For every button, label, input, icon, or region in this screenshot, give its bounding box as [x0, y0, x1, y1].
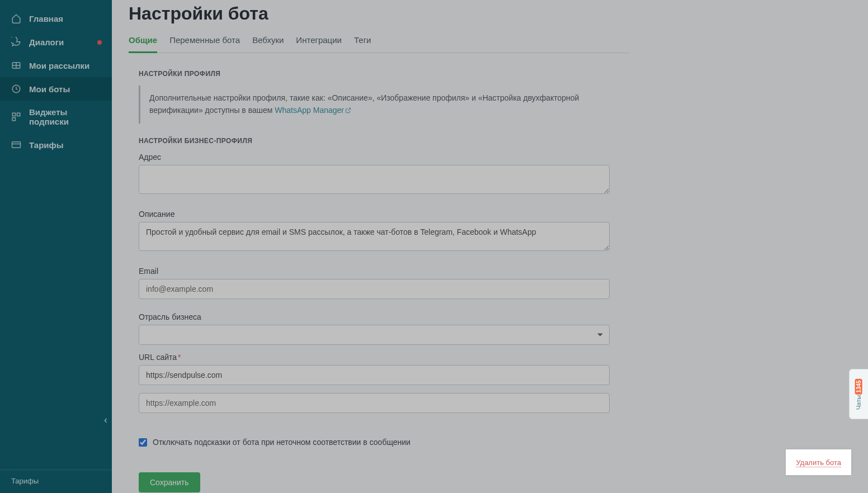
section-business-header: НАСТРОЙКИ БИЗНЕС-ПРОФИЛЯ	[139, 137, 610, 145]
industry-select[interactable]	[139, 325, 610, 345]
email-label: Email	[139, 267, 610, 276]
address-label: Адрес	[139, 153, 610, 162]
form-footer: Сохранить	[139, 472, 610, 493]
chat-widget-label: Чаты	[856, 395, 862, 409]
section-profile-header: НАСТРОЙКИ ПРОФИЛЯ	[139, 70, 610, 78]
disable-hints-checkbox[interactable]	[139, 438, 147, 447]
description-input[interactable]	[139, 222, 610, 251]
disable-hints-checkbox-row[interactable]: Отключать подсказки от бота при неточном…	[139, 438, 610, 447]
sidebar-item-bots[interactable]: Мои боты	[0, 77, 112, 101]
save-button[interactable]: Сохранить	[139, 472, 200, 492]
sidebar-footer-label: Тарифы	[11, 477, 39, 485]
url-label: URL сайта*	[139, 353, 610, 362]
industry-label: Отрасль бизнеса	[139, 312, 610, 321]
svg-rect-2	[12, 113, 15, 116]
required-indicator: *	[178, 353, 181, 362]
info-text: Дополнительные настройки профиля, такие …	[149, 93, 579, 115]
notification-dot-icon	[97, 40, 102, 45]
tab-webhooks[interactable]: Вебхуки	[252, 30, 284, 53]
form-area: НАСТРОЙКИ ПРОФИЛЯ Дополнительные настрой…	[129, 53, 620, 493]
tab-integrations[interactable]: Интеграции	[296, 30, 342, 53]
sidebar-item-campaigns[interactable]: Мои рассылки	[0, 54, 112, 77]
chevron-left-icon: ‹	[104, 414, 107, 425]
sidebar-item-dialogs[interactable]: Диалоги	[0, 30, 112, 54]
widget-icon	[11, 112, 21, 122]
whatsapp-manager-link[interactable]: WhatsApp Manager	[275, 106, 351, 115]
address-input[interactable]	[139, 165, 610, 194]
tab-general[interactable]: Общие	[129, 30, 157, 53]
sidebar-item-label: Тарифы	[29, 140, 63, 150]
send-icon	[11, 60, 21, 70]
sidebar-collapse-button[interactable]: ‹	[104, 414, 107, 426]
sidebar-item-widgets[interactable]: Виджеты подписки	[0, 101, 112, 133]
clock-icon	[11, 84, 21, 94]
tab-tags[interactable]: Теги	[354, 30, 371, 53]
chat-widget[interactable]: 1345 Чаты	[849, 369, 868, 419]
svg-rect-4	[12, 118, 15, 121]
tabs: Общие Переменные бота Вебхуки Интеграции…	[129, 30, 629, 53]
sidebar-item-label: Главная	[29, 14, 63, 23]
sidebar-menu: Главная Диалоги Мои рассылки Мои боты	[0, 0, 112, 493]
email-input[interactable]	[139, 279, 610, 299]
sidebar: Главная Диалоги Мои рассылки Мои боты	[0, 0, 112, 493]
sidebar-item-label: Диалоги	[29, 37, 64, 47]
tab-variables[interactable]: Переменные бота	[169, 30, 240, 53]
url-input-2[interactable]	[139, 393, 610, 413]
sidebar-footer[interactable]: Тарифы	[0, 470, 112, 493]
description-label: Описание	[139, 210, 610, 219]
url-input[interactable]	[139, 365, 610, 385]
sidebar-item-pricing[interactable]: Тарифы	[0, 133, 112, 157]
home-icon	[11, 13, 21, 23]
disable-hints-label: Отключать подсказки от бота при неточном…	[153, 438, 411, 447]
delete-bot-container: Удалить бота	[786, 449, 851, 475]
chat-count-badge: 1345	[855, 378, 862, 394]
page-title: Настройки бота	[129, 0, 647, 30]
external-link-icon	[345, 105, 351, 117]
sidebar-item-label: Мои боты	[29, 84, 70, 94]
svg-rect-5	[12, 142, 21, 148]
delete-bot-link[interactable]: Удалить бота	[796, 458, 841, 467]
sidebar-item-home[interactable]: Главная	[0, 7, 112, 30]
chat-icon	[11, 37, 21, 47]
main-content: Настройки бота Общие Переменные бота Веб…	[112, 0, 868, 493]
sidebar-item-label: Виджеты подписки	[29, 107, 101, 126]
sidebar-item-label: Мои рассылки	[29, 61, 89, 70]
svg-rect-3	[17, 113, 20, 116]
card-icon	[11, 140, 21, 150]
info-box: Дополнительные настройки профиля, такие …	[139, 86, 610, 124]
